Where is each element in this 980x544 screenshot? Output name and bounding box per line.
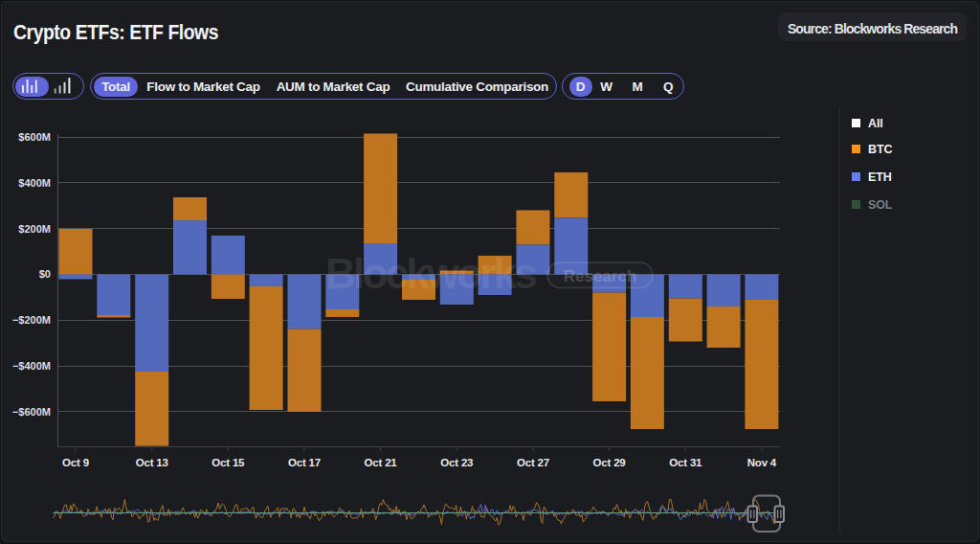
svg-text:$400M: $400M [18,177,51,189]
svg-text:−$600M: −$600M [12,406,51,418]
svg-text:Research: Research [564,267,637,285]
svg-text:−$400M: −$400M [12,360,51,372]
svg-text:Oct 29: Oct 29 [593,457,626,468]
svg-text:Oct 9: Oct 9 [62,457,89,468]
svg-text:Nov 4: Nov 4 [747,457,777,468]
svg-text:$200M: $200M [18,223,51,235]
svg-text:Oct 31: Oct 31 [669,457,702,468]
svg-text:$600M: $600M [18,131,51,143]
svg-text:Blockworks: Blockworks [325,250,536,297]
svg-text:Oct 27: Oct 27 [517,457,549,468]
svg-text:Oct 13: Oct 13 [136,457,168,468]
svg-text:Oct 17: Oct 17 [288,457,321,468]
svg-text:Oct 23: Oct 23 [440,457,473,468]
svg-text:−$200M: −$200M [12,314,51,326]
svg-text:$0: $0 [39,268,51,280]
svg-text:Oct 21: Oct 21 [365,457,398,468]
svg-text:Oct 15: Oct 15 [212,457,245,468]
